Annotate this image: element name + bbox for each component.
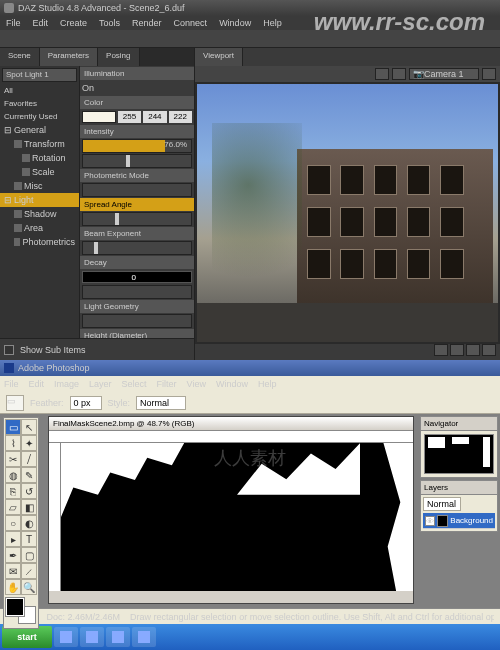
tree-transform[interactable]: Transform [0,137,79,151]
menu-tools[interactable]: Tools [99,18,120,28]
tree-currently-used[interactable]: Currently Used [0,110,79,123]
viewport-3d[interactable] [197,84,498,342]
gradient-tool[interactable]: ◧ [21,499,37,515]
slice-tool[interactable]: ⧸ [21,451,37,467]
color-r-field[interactable]: 255 [118,111,141,123]
ps-menu-file[interactable]: File [4,379,19,389]
lasso-tool[interactable]: ⌇ [5,435,21,451]
blend-mode-dropdown[interactable]: Normal [423,497,461,511]
history-tool[interactable]: ↺ [21,483,37,499]
dodge-tool[interactable]: ◐ [21,515,37,531]
navigator-tab[interactable]: Navigator [421,417,497,431]
tree-photometrics[interactable]: Photometrics [0,235,79,249]
vp-tool-icon[interactable] [482,68,496,80]
spread-slider[interactable] [82,212,192,226]
frame-icon[interactable] [482,344,496,356]
layer-background[interactable]: 👁 Background [423,513,495,529]
tree-rotation[interactable]: Rotation [0,151,79,165]
eraser-tool[interactable]: ▱ [5,499,21,515]
tree-general[interactable]: ⊟General [0,123,79,137]
tab-scene[interactable]: Scene [0,48,40,66]
ps-menu-layer[interactable]: Layer [89,379,112,389]
color-swatch[interactable] [82,111,116,123]
tree-shadow[interactable]: Shadow [0,207,79,221]
hand-tool[interactable]: ✋ [5,579,21,595]
notes-tool[interactable]: ✉ [5,563,21,579]
layers-tab[interactable]: Layers [421,481,497,495]
visibility-icon[interactable]: 👁 [425,516,435,526]
ps-document-window[interactable]: FinalMaskScene2.bmp @ 48.7% (RGB) [48,416,414,604]
menu-connect[interactable]: Connect [174,18,208,28]
beam-slider[interactable] [82,241,192,255]
brush-tool[interactable]: ✎ [21,467,37,483]
ps-titlebar[interactable]: Adobe Photoshop [0,360,500,376]
ps-menu-window[interactable]: Window [216,379,248,389]
vp-tool-icon[interactable] [392,68,406,80]
camera-dropdown[interactable]: 📷Camera 1 [409,68,479,80]
move-tool[interactable]: ↖ [21,419,37,435]
pan-icon[interactable] [450,344,464,356]
heal-tool[interactable]: ◍ [5,467,21,483]
taskbar-item[interactable] [106,627,130,647]
tree-favorites[interactable]: Favorites [0,97,79,110]
marquee-tool-icon[interactable]: ▭ [6,395,24,411]
ruler-horizontal[interactable] [49,431,413,443]
style-dropdown[interactable]: Normal [136,396,186,410]
tree-scale[interactable]: Scale [0,165,79,179]
tree-light[interactable]: ⊟Light [0,193,79,207]
zoom-icon[interactable] [466,344,480,356]
menu-help[interactable]: Help [263,18,282,28]
slider-generic-3[interactable] [82,285,192,299]
ps-menu-help[interactable]: Help [258,379,277,389]
start-button[interactable]: start [2,626,52,648]
scrollbar-horizontal[interactable] [49,591,413,603]
ps-menu-image[interactable]: Image [54,379,79,389]
ps-canvas[interactable] [61,443,413,591]
tab-parameters[interactable]: Parameters [40,48,98,66]
node-selector-dropdown[interactable]: Spot Light 1 [2,68,77,82]
menu-create[interactable]: Create [60,18,87,28]
ps-menu-view[interactable]: View [187,379,206,389]
tree-area[interactable]: Area [0,221,79,235]
ps-menu-filter[interactable]: Filter [157,379,177,389]
eyedrop-tool[interactable]: ⟋ [21,563,37,579]
prop-spread-label[interactable]: Spread Angle [80,198,194,211]
daz-titlebar[interactable]: DAZ Studio 4.8 Advanced - Scene2_6.duf [0,0,500,16]
illumination-value[interactable]: On [82,83,94,93]
tree-all[interactable]: All [0,84,79,97]
taskbar-item[interactable] [80,627,104,647]
menu-window[interactable]: Window [219,18,251,28]
tab-posing[interactable]: Posing [98,48,139,66]
wand-tool[interactable]: ✦ [21,435,37,451]
vp-tool-icon[interactable] [375,68,389,80]
stamp-tool[interactable]: ⎘ [5,483,21,499]
geom-slider[interactable] [82,314,192,328]
color-g-field[interactable]: 244 [143,111,166,123]
viewport-tab[interactable]: Viewport [195,48,243,66]
slider-generic-2[interactable] [82,183,192,197]
color-b-field[interactable]: 222 [169,111,192,123]
menu-render[interactable]: Render [132,18,162,28]
pen-tool[interactable]: ✒ [5,547,21,563]
show-subitems-checkbox[interactable] [4,345,14,355]
navigator-thumbnail[interactable] [424,434,494,474]
ruler-vertical[interactable] [49,443,61,591]
decay-display[interactable]: 0 [82,271,192,283]
tree-misc[interactable]: Misc [0,179,79,193]
layer-thumbnail[interactable] [437,515,448,527]
marquee-tool[interactable]: ▭ [5,419,21,435]
color-swatches[interactable] [6,598,36,624]
zoom-tool[interactable]: 🔍 [21,579,37,595]
taskbar-item[interactable] [132,627,156,647]
ps-menu-edit[interactable]: Edit [29,379,45,389]
fg-color-swatch[interactable] [6,598,24,616]
ps-menu-select[interactable]: Select [122,379,147,389]
type-tool[interactable]: T [21,531,37,547]
shape-tool[interactable]: ▢ [21,547,37,563]
blur-tool[interactable]: ○ [5,515,21,531]
ps-doc-titlebar[interactable]: FinalMaskScene2.bmp @ 48.7% (RGB) [49,417,413,431]
taskbar-item[interactable] [54,627,78,647]
feather-input[interactable]: 0 px [70,396,102,410]
path-tool[interactable]: ▸ [5,531,21,547]
menu-file[interactable]: File [6,18,21,28]
